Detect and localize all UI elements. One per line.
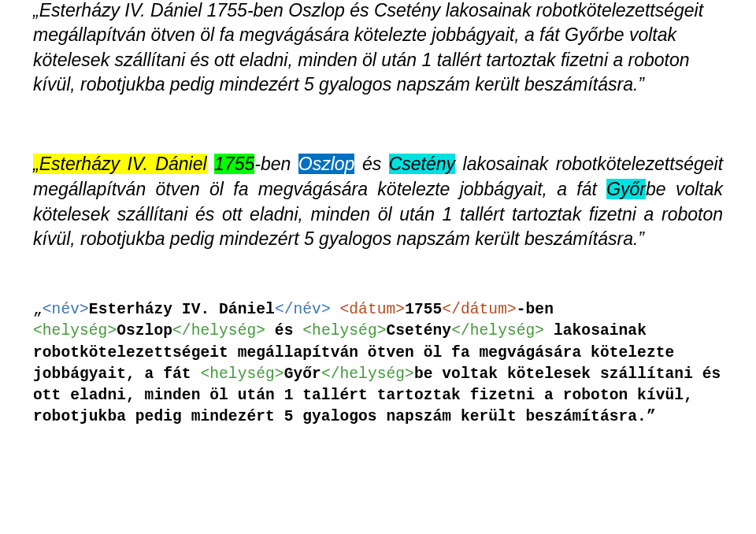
quote-open: „ xyxy=(33,301,43,318)
tagged-name-text: Esterházy IV. Dániel xyxy=(89,301,275,318)
space xyxy=(331,301,340,318)
tag-hely-open-1: <helység> xyxy=(33,322,117,339)
tagged-place-oszlop: Oszlop xyxy=(117,322,172,339)
tag-hely-open-2: <helység> xyxy=(302,322,386,339)
tag-datum-open: <dátum> xyxy=(340,301,406,318)
highlight-place-cseteny: Csetény xyxy=(389,154,455,174)
highlight-date: 1755 xyxy=(214,154,254,174)
text-es: és xyxy=(354,154,388,174)
paragraph-highlighted: „Esterházy IV. Dániel 1755-ben Oszlop és… xyxy=(33,152,723,252)
highlight-place-oszlop: Oszlop xyxy=(298,154,355,174)
tag-nev-open: <név> xyxy=(43,301,89,318)
highlight-name-part2: Dániel xyxy=(155,154,206,174)
text-join xyxy=(207,154,215,174)
highlight-place-gyor: Győr xyxy=(606,179,646,199)
tag-datum-close: </dátum> xyxy=(442,301,516,318)
tagged-place-cseteny: Csetény xyxy=(387,322,452,339)
paragraph-tagged: „<név>Esterházy IV. Dániel</név> <dátum>… xyxy=(33,299,723,428)
document-page: „Esterházy IV. Dániel 1755-ben Oszlop és… xyxy=(0,0,756,428)
tagged-date-text: 1755 xyxy=(405,301,442,318)
tag-hely-open-3: <helység> xyxy=(200,365,284,383)
text-ben: -ben xyxy=(254,154,298,174)
tag-nev-close: </név> xyxy=(275,301,331,318)
highlight-name: „Esterházy IV. xyxy=(33,154,155,174)
paragraph-plain: „Esterházy IV. Dániel 1755-ben Oszlop és… xyxy=(33,0,723,97)
tag-hely-close-2: </helység> xyxy=(451,322,544,339)
text-es-tagged: és xyxy=(265,322,302,339)
text-ben-tagged: -ben xyxy=(517,301,554,318)
tag-hely-close-3: </helység> xyxy=(321,365,414,383)
tag-hely-close-1: </helység> xyxy=(172,322,265,339)
tagged-place-gyor: Győr xyxy=(284,365,321,383)
paragraph-plain-text: „Esterházy IV. Dániel 1755-ben Oszlop és… xyxy=(33,0,703,95)
